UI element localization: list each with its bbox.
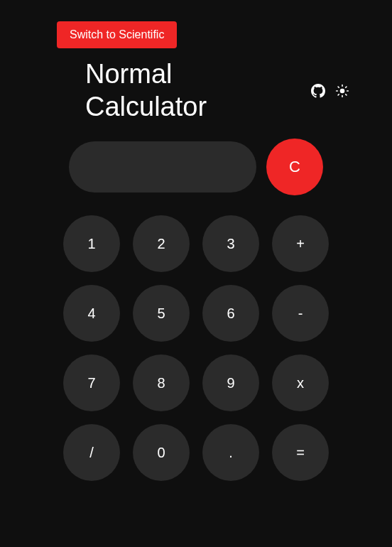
page-title: Normal Calculator bbox=[85, 58, 207, 123]
key-equals[interactable]: = bbox=[272, 424, 329, 481]
svg-point-0 bbox=[340, 88, 345, 93]
key-5[interactable]: 5 bbox=[133, 285, 190, 342]
key-plus[interactable]: + bbox=[272, 215, 329, 272]
key-decimal[interactable]: . bbox=[202, 424, 259, 481]
key-divide[interactable]: / bbox=[63, 424, 120, 481]
github-icon[interactable] bbox=[311, 84, 325, 98]
key-6[interactable]: 6 bbox=[202, 285, 259, 342]
key-minus[interactable]: - bbox=[272, 285, 329, 342]
svg-line-8 bbox=[346, 87, 347, 87]
clear-button[interactable]: C bbox=[266, 139, 323, 195]
svg-line-4 bbox=[346, 94, 347, 94]
key-1[interactable]: 1 bbox=[63, 215, 120, 272]
key-7[interactable]: 7 bbox=[63, 354, 120, 411]
svg-line-3 bbox=[338, 87, 339, 87]
key-9[interactable]: 9 bbox=[202, 354, 259, 411]
key-0[interactable]: 0 bbox=[133, 424, 190, 481]
key-3[interactable]: 3 bbox=[202, 215, 259, 272]
calculator-display bbox=[69, 141, 256, 193]
key-8[interactable]: 8 bbox=[133, 354, 190, 411]
key-2[interactable]: 2 bbox=[133, 215, 190, 272]
svg-line-7 bbox=[338, 94, 339, 94]
switch-mode-button[interactable]: Switch to Scientific bbox=[57, 21, 177, 48]
key-4[interactable]: 4 bbox=[63, 285, 120, 342]
key-multiply[interactable]: x bbox=[272, 354, 329, 411]
keypad: 1 2 3 + 4 5 6 - 7 8 9 x / 0 . = bbox=[21, 215, 371, 481]
sun-icon[interactable] bbox=[335, 84, 349, 98]
